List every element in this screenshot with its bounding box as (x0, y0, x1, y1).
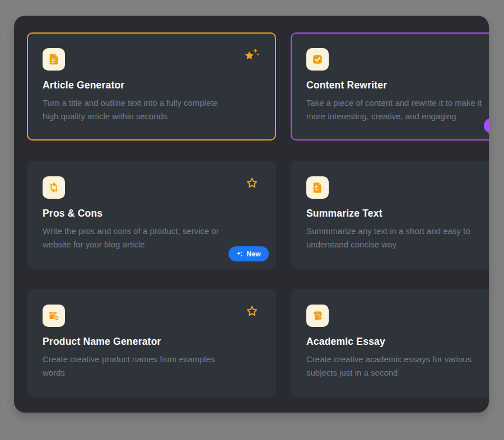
card-title: Pros & Cons (43, 208, 260, 219)
star-outline-icon (245, 305, 259, 318)
card-description: Create creative academic essays for vari… (306, 353, 489, 380)
icon-box (43, 305, 65, 327)
card-description: Summmarize any text in a short and easy … (306, 224, 489, 251)
checkbox-icon (311, 53, 324, 65)
card-article-generator[interactable]: Article Generator Turn a title and outli… (27, 32, 276, 141)
favorite-star-button[interactable] (244, 303, 260, 319)
card-title: Summarize Text (306, 208, 489, 219)
card-title: Article Generator (43, 79, 260, 91)
star-outline-icon (245, 176, 259, 190)
card-description: Create creative product names from examp… (43, 353, 260, 380)
tools-panel: Article Generator Turn a title and outli… (14, 16, 489, 413)
card-content-rewriter[interactable]: Content Rewriter Take a piece of content… (291, 32, 489, 141)
star-sparkle-filled-icon (244, 47, 260, 63)
tools-grid: Article Generator Turn a title and outli… (27, 32, 489, 397)
favorite-star-button[interactable] (244, 47, 260, 63)
icon-box (43, 176, 65, 199)
card-description: Take a piece of content and rewrite it t… (306, 96, 489, 123)
icon-box (306, 305, 329, 327)
summarize-document-icon (311, 181, 324, 194)
card-title: Product Name Generator (43, 336, 260, 348)
icon-box (306, 48, 329, 71)
badge-label: New (246, 250, 261, 258)
card-product-name-generator[interactable]: Product Name Generator Create creative p… (27, 289, 276, 397)
scroll-icon (311, 310, 324, 322)
card-title: Academic Essay (306, 336, 489, 348)
swap-arrows-icon (48, 181, 60, 194)
icon-box (306, 176, 329, 199)
card-academic-essay[interactable]: Academic Essay Create creative academic … (291, 289, 489, 397)
new-badge: New (228, 246, 269, 261)
card-description: Write the pros and cons of a product, se… (43, 224, 260, 251)
sparkle-icon (236, 251, 243, 258)
favorite-star-button[interactable] (244, 175, 260, 191)
card-summarize-text[interactable]: Summarize Text Summmarize any text in a … (291, 161, 489, 269)
card-description: Turn a title and outline text into a ful… (43, 96, 260, 123)
document-icon (48, 53, 60, 65)
card-pros-and-cons[interactable]: Pros & Cons Write the pros and cons of a… (27, 161, 276, 269)
package-check-icon (48, 310, 60, 322)
card-title: Content Rewriter (306, 79, 489, 91)
icon-box (43, 48, 65, 71)
